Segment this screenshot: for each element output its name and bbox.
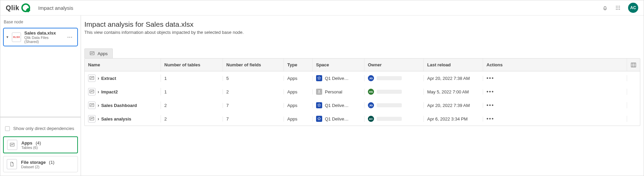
main-description: This view contains information about obj… — [84, 30, 640, 35]
col-type[interactable]: Type — [284, 59, 313, 71]
row-actions: ••• — [483, 116, 627, 122]
row-owner[interactable]: JG — [365, 75, 424, 81]
row-name: Impact2 — [101, 89, 118, 94]
row-tables: 2 — [161, 116, 223, 122]
row-type: Apps — [284, 89, 313, 94]
col-name[interactable]: Name — [85, 59, 161, 71]
table-row[interactable]: ›Impact212AppsPersonalHSMay 5, 2022 7:00… — [85, 85, 640, 98]
apps-icon — [7, 140, 17, 150]
svg-point-6 — [616, 9, 617, 10]
results-table: Name Number of tables Number of fields T… — [84, 58, 640, 126]
row-actions: ••• — [483, 102, 627, 108]
file-storage-icon — [7, 159, 17, 169]
col-owner[interactable]: Owner — [365, 59, 424, 71]
sidebar-item-file-storage[interactable]: File storage (1) Dataset (2) — [3, 156, 78, 172]
svg-point-3 — [616, 7, 617, 8]
chevron-right-icon[interactable]: › — [98, 116, 99, 122]
row-tables: 2 — [161, 103, 223, 108]
row-space[interactable]: Personal — [313, 89, 365, 95]
row-fields: 5 — [223, 76, 284, 81]
row-space[interactable]: Q1 Delive… — [313, 75, 365, 81]
svg-point-1 — [618, 6, 618, 6]
row-more-icon[interactable]: ••• — [486, 116, 494, 122]
col-reload[interactable]: Last reload — [424, 59, 483, 71]
space-icon — [316, 75, 322, 81]
space-icon — [316, 102, 322, 108]
show-direct-label: Show only direct dependencies — [13, 126, 74, 131]
sidebar-apps-sub: Tables (6) — [21, 146, 41, 150]
chevron-right-icon[interactable]: › — [98, 75, 99, 81]
show-direct-checkbox[interactable]: Show only direct dependencies — [3, 123, 78, 134]
sidebar-storage-title: File storage — [21, 160, 46, 165]
owner-name-redacted — [377, 117, 402, 121]
sidebar-item-apps[interactable]: Apps (4) Tables (6) — [3, 136, 78, 153]
row-space[interactable]: Q1 Delive… — [313, 102, 365, 108]
row-type: Apps — [284, 116, 313, 122]
notifications-icon[interactable] — [602, 5, 608, 10]
col-actions: Actions — [483, 59, 627, 71]
app-icon — [88, 115, 96, 123]
logo[interactable]: Qlik — [6, 3, 30, 12]
base-node-card[interactable]: ▾ XLSX Sales data.xlsx Qlik Data Files (… — [3, 28, 78, 46]
row-more-icon[interactable]: ••• — [486, 89, 494, 95]
table-row[interactable]: ›Sales Dashboard27AppsQ1 Delive…JGApr 20… — [85, 98, 640, 112]
row-space-name: Q1 Delive… — [325, 103, 349, 108]
base-node-more-icon[interactable]: ⋯ — [66, 33, 75, 41]
sidebar: Base node ▾ XLSX Sales data.xlsx Qlik Da… — [0, 16, 81, 176]
page-title: Impact analysis — [38, 5, 73, 11]
base-node-sub: Qlik Data Files (Shared) — [24, 36, 62, 44]
row-name: Extract — [101, 76, 116, 81]
topbar-actions: AC — [602, 3, 638, 13]
tab-apps[interactable]: Apps — [84, 48, 113, 58]
svg-point-2 — [619, 6, 620, 6]
row-tables: 1 — [161, 76, 223, 81]
col-space[interactable]: Space — [313, 59, 365, 71]
row-actions: ••• — [483, 75, 627, 81]
checkbox-icon — [5, 126, 10, 131]
app-launcher-icon[interactable] — [615, 5, 621, 10]
row-reload: May 5, 2022 7:00 AM — [424, 89, 483, 94]
base-node-label: Base node — [3, 19, 78, 25]
row-reload: Apr 6, 2022 3:34 PM — [424, 116, 483, 122]
owner-avatar: JG — [368, 75, 374, 81]
row-owner[interactable]: HS — [365, 89, 424, 95]
row-more-icon[interactable]: ••• — [486, 102, 494, 108]
owner-name-redacted — [377, 90, 402, 94]
row-space[interactable]: Q1 Delive… — [313, 116, 365, 122]
chevron-right-icon[interactable]: › — [98, 89, 99, 94]
tab-apps-label: Apps — [98, 51, 108, 56]
svg-point-4 — [618, 7, 618, 8]
logo-q-icon — [21, 3, 30, 12]
row-fields: 7 — [223, 103, 284, 108]
sidebar-storage-sub: Dataset (2) — [21, 165, 54, 169]
table-row[interactable]: ›Extract15AppsQ1 Delive…JGApr 20, 2022 7… — [85, 71, 640, 85]
row-type: Apps — [284, 103, 313, 108]
col-tables[interactable]: Number of tables — [161, 59, 223, 71]
row-owner[interactable]: AC — [365, 116, 424, 122]
space-icon — [316, 116, 322, 122]
svg-rect-11 — [631, 63, 636, 67]
chevron-right-icon[interactable]: › — [98, 103, 99, 108]
space-icon — [316, 89, 322, 95]
row-name: Sales analysis — [101, 116, 131, 122]
chevron-down-icon[interactable]: ▾ — [6, 35, 8, 39]
column-picker-button[interactable] — [627, 59, 640, 71]
row-more-icon[interactable]: ••• — [486, 75, 494, 81]
sidebar-storage-count: (1) — [49, 160, 55, 165]
owner-avatar: JG — [368, 102, 374, 108]
sidebar-apps-title: Apps — [21, 140, 33, 146]
owner-avatar: HS — [368, 89, 374, 95]
svg-point-7 — [618, 9, 618, 10]
row-reload: Apr 20, 2022 7:38 AM — [424, 76, 483, 81]
main-heading: Impact analysis for Sales data.xlsx — [84, 20, 640, 28]
row-reload: Apr 20, 2022 7:39 AM — [424, 103, 483, 108]
row-actions: ••• — [483, 89, 627, 95]
xlsx-file-icon: XLSX — [12, 32, 21, 42]
top-bar: Qlik Impact analysis AC — [0, 0, 644, 16]
row-space-name: Q1 Delive… — [325, 76, 349, 81]
app-icon — [88, 88, 96, 95]
row-owner[interactable]: JG — [365, 102, 424, 108]
col-fields[interactable]: Number of fields — [223, 59, 284, 71]
user-avatar[interactable]: AC — [628, 3, 638, 13]
table-row[interactable]: ›Sales analysis27AppsQ1 Delive…ACApr 6, … — [85, 112, 640, 126]
